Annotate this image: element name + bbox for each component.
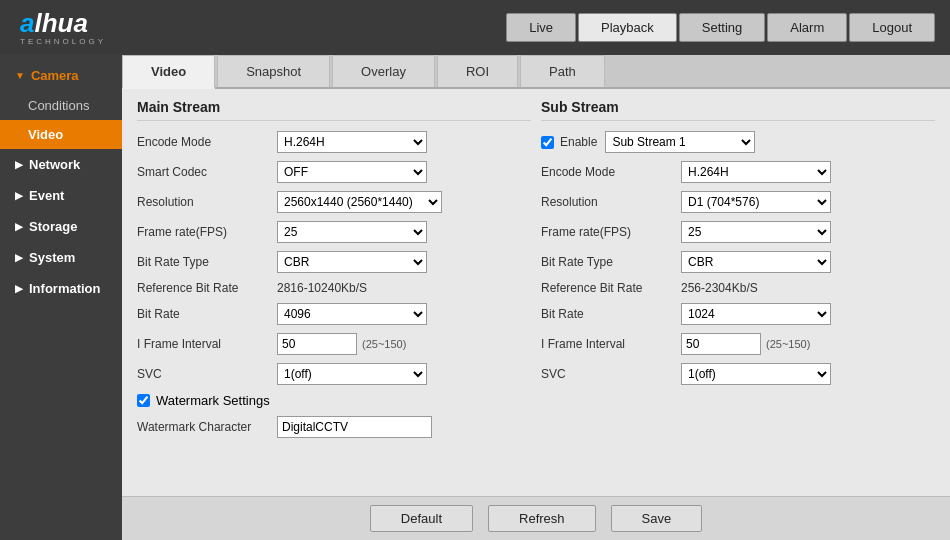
sub-bit-rate-type-row: Bit Rate Type CBRVBR — [541, 251, 935, 273]
sub-svc-label: SVC — [541, 367, 681, 381]
nav-logout[interactable]: Logout — [849, 13, 935, 42]
sidebar-camera[interactable]: ▼ Camera — [0, 60, 122, 91]
sub-bit-rate-type-label: Bit Rate Type — [541, 255, 681, 269]
sub-resolution-select[interactable]: D1 (704*576)CIF — [681, 191, 831, 213]
nav-bar: Live Playback Setting Alarm Logout — [506, 13, 950, 42]
watermark-row: Watermark Settings — [137, 393, 531, 408]
smart-codec-row: Smart Codec OFFON — [137, 161, 531, 183]
sub-svc-select[interactable]: 1(off)2 — [681, 363, 831, 385]
sub-i-frame-input[interactable] — [681, 333, 761, 355]
watermark-label: Watermark Settings — [156, 393, 270, 408]
sidebar-system-label: System — [29, 250, 75, 265]
sub-encode-mode-select[interactable]: H.264HH.264 — [681, 161, 831, 183]
watermark-checkbox[interactable] — [137, 394, 150, 407]
watermark-char-row: Watermark Character — [137, 416, 531, 438]
arrow-down-icon: ▼ — [15, 70, 25, 81]
tab-bar: Video Snapshot Overlay ROI Path — [122, 55, 950, 89]
nav-alarm[interactable]: Alarm — [767, 13, 847, 42]
svc-select[interactable]: 1(off)23 — [277, 363, 427, 385]
sub-enable-label: Enable — [560, 135, 597, 149]
bit-rate-select[interactable]: 409620488192 — [277, 303, 427, 325]
reference-bit-rate-value: 2816-10240Kb/S — [277, 281, 367, 295]
sidebar-network[interactable]: ▶ Network — [0, 149, 122, 180]
save-button[interactable]: Save — [611, 505, 703, 532]
tab-overlay[interactable]: Overlay — [332, 55, 435, 87]
header: alhua TECHNOLOGY Live Playback Setting A… — [0, 0, 950, 55]
sub-stream-box: Sub Stream Enable Sub Stream 1Sub Stream… — [541, 99, 935, 486]
sidebar-item-conditions[interactable]: Conditions — [0, 91, 122, 120]
sub-frame-rate-label: Frame rate(FPS) — [541, 225, 681, 239]
arrow-right-icon5: ▶ — [15, 283, 23, 294]
nav-playback[interactable]: Playback — [578, 13, 677, 42]
encode-mode-select[interactable]: H.264HH.264H.265 — [277, 131, 427, 153]
sub-enable-row: Enable Sub Stream 1Sub Stream 2 — [541, 131, 935, 153]
sidebar-camera-label: Camera — [31, 68, 79, 83]
sidebar-network-label: Network — [29, 157, 80, 172]
reference-bit-rate-label: Reference Bit Rate — [137, 281, 277, 295]
logo-sub: TECHNOLOGY — [20, 37, 106, 46]
sub-reference-bit-rate-value: 256-2304Kb/S — [681, 281, 758, 295]
bit-rate-row: Bit Rate 409620488192 — [137, 303, 531, 325]
tab-roi[interactable]: ROI — [437, 55, 518, 87]
refresh-button[interactable]: Refresh — [488, 505, 596, 532]
i-frame-input[interactable] — [277, 333, 357, 355]
i-frame-row: I Frame Interval (25~150) — [137, 333, 531, 355]
sidebar-system[interactable]: ▶ System — [0, 242, 122, 273]
nav-setting[interactable]: Setting — [679, 13, 765, 42]
content-area: Video Snapshot Overlay ROI Path Main Str… — [122, 55, 950, 540]
sidebar-storage[interactable]: ▶ Storage — [0, 211, 122, 242]
arrow-right-icon4: ▶ — [15, 252, 23, 263]
bit-rate-type-select[interactable]: CBRVBR — [277, 251, 427, 273]
smart-codec-label: Smart Codec — [137, 165, 277, 179]
default-button[interactable]: Default — [370, 505, 473, 532]
frame-rate-label: Frame rate(FPS) — [137, 225, 277, 239]
tab-path[interactable]: Path — [520, 55, 605, 87]
reference-bit-rate-row: Reference Bit Rate 2816-10240Kb/S — [137, 281, 531, 295]
sidebar-item-video[interactable]: Video — [0, 120, 122, 149]
svc-row: SVC 1(off)23 — [137, 363, 531, 385]
nav-live[interactable]: Live — [506, 13, 576, 42]
sub-svc-row: SVC 1(off)2 — [541, 363, 935, 385]
sub-frame-rate-select[interactable]: 2515 — [681, 221, 831, 243]
sub-bit-rate-label: Bit Rate — [541, 307, 681, 321]
sub-bit-rate-select[interactable]: 10245122048 — [681, 303, 831, 325]
sub-i-frame-row: I Frame Interval (25~150) — [541, 333, 935, 355]
tab-video[interactable]: Video — [122, 55, 215, 89]
sub-resolution-row: Resolution D1 (704*576)CIF — [541, 191, 935, 213]
sub-encode-mode-label: Encode Mode — [541, 165, 681, 179]
bit-rate-type-row: Bit Rate Type CBRVBR — [137, 251, 531, 273]
sub-enable-checkbox[interactable] — [541, 136, 554, 149]
sub-stream-title: Sub Stream — [541, 99, 935, 121]
main-stream-title: Main Stream — [137, 99, 531, 121]
encode-mode-row: Encode Mode H.264HH.264H.265 — [137, 131, 531, 153]
tab-snapshot[interactable]: Snapshot — [217, 55, 330, 87]
main-stream-box: Main Stream Encode Mode H.264HH.264H.265… — [137, 99, 531, 486]
sidebar: ▼ Camera Conditions Video ▶ Network ▶ Ev… — [0, 55, 122, 540]
bit-rate-label: Bit Rate — [137, 307, 277, 321]
bottom-bar: Default Refresh Save — [122, 496, 950, 540]
resolution-select[interactable]: 2560x1440 (2560*1440) — [277, 191, 442, 213]
frame-rate-row: Frame rate(FPS) 251530 — [137, 221, 531, 243]
sub-resolution-label: Resolution — [541, 195, 681, 209]
sidebar-information[interactable]: ▶ Information — [0, 273, 122, 304]
arrow-right-icon2: ▶ — [15, 190, 23, 201]
logo: alhua TECHNOLOGY — [0, 5, 126, 51]
bit-rate-type-label: Bit Rate Type — [137, 255, 277, 269]
arrow-right-icon: ▶ — [15, 159, 23, 170]
i-frame-range: (25~150) — [362, 338, 406, 350]
sub-i-frame-label: I Frame Interval — [541, 337, 681, 351]
sub-bit-rate-type-select[interactable]: CBRVBR — [681, 251, 831, 273]
main-layout: ▼ Camera Conditions Video ▶ Network ▶ Ev… — [0, 55, 950, 540]
frame-rate-select[interactable]: 251530 — [277, 221, 427, 243]
sidebar-information-label: Information — [29, 281, 101, 296]
sub-bit-rate-row: Bit Rate 10245122048 — [541, 303, 935, 325]
sub-stream-select[interactable]: Sub Stream 1Sub Stream 2 — [605, 131, 755, 153]
smart-codec-select[interactable]: OFFON — [277, 161, 427, 183]
watermark-char-label: Watermark Character — [137, 420, 277, 434]
logo-brand: alhua — [20, 10, 106, 36]
watermark-char-input[interactable] — [277, 416, 432, 438]
sub-encode-mode-row: Encode Mode H.264HH.264 — [541, 161, 935, 183]
sidebar-event-label: Event — [29, 188, 64, 203]
sidebar-event[interactable]: ▶ Event — [0, 180, 122, 211]
resolution-row: Resolution 2560x1440 (2560*1440) — [137, 191, 531, 213]
